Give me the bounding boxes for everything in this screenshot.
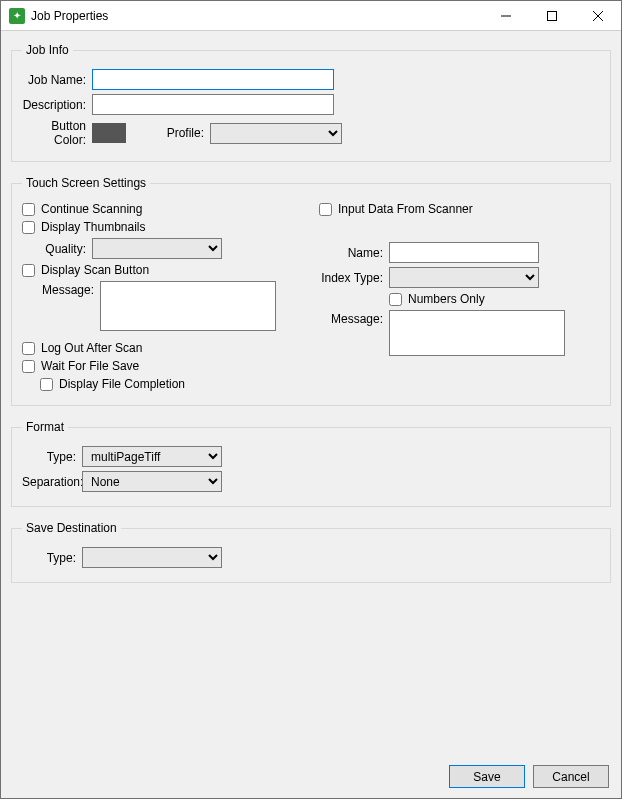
scanner-message-textarea[interactable] — [389, 310, 565, 356]
titlebar: ✦ Job Properties — [1, 1, 621, 31]
wait-for-file-save-checkbox[interactable]: Wait For File Save — [22, 359, 303, 373]
input-data-from-scanner-checkbox[interactable]: Input Data From Scanner — [319, 202, 600, 216]
display-file-completion-checkbox[interactable]: Display File Completion — [40, 377, 303, 391]
save-type-label: Type: — [22, 551, 82, 565]
cancel-button[interactable]: Cancel — [533, 765, 609, 788]
index-type-select[interactable] — [389, 267, 539, 288]
maximize-button[interactable] — [529, 1, 575, 31]
profile-select[interactable] — [210, 123, 342, 144]
display-scan-button-checkbox[interactable]: Display Scan Button — [22, 263, 303, 277]
button-color-swatch[interactable] — [92, 123, 126, 143]
svg-line-2 — [593, 11, 603, 21]
touch-settings-legend: Touch Screen Settings — [22, 176, 150, 190]
format-group: Format Type: multiPageTiff Separation: N… — [11, 420, 611, 507]
touch-left-column: Continue Scanning Display Thumbnails Qua… — [22, 198, 303, 395]
quality-label: Quality: — [40, 242, 92, 256]
display-thumbnails-checkbox[interactable]: Display Thumbnails — [22, 220, 303, 234]
separation-label: Separation: — [22, 475, 82, 489]
dialog-buttons: Save Cancel — [11, 765, 611, 788]
minimize-button[interactable] — [483, 1, 529, 31]
save-destination-legend: Save Destination — [22, 521, 121, 535]
job-info-legend: Job Info — [22, 43, 73, 57]
job-name-label: Job Name: — [22, 73, 92, 87]
button-color-label: Button Color: — [22, 119, 92, 147]
app-icon: ✦ — [9, 8, 25, 24]
window-title: Job Properties — [31, 9, 108, 23]
scan-message-textarea[interactable] — [100, 281, 276, 331]
touch-settings-group: Touch Screen Settings Continue Scanning … — [11, 176, 611, 406]
format-type-label: Type: — [22, 450, 82, 464]
job-name-input[interactable] — [92, 69, 334, 90]
window: ✦ Job Properties Job Info Job Name: Desc… — [0, 0, 622, 799]
scan-message-label: Message: — [40, 281, 100, 297]
svg-line-3 — [593, 11, 603, 21]
svg-rect-1 — [548, 11, 557, 20]
continue-scanning-checkbox[interactable]: Continue Scanning — [22, 202, 303, 216]
touch-right-column: Input Data From Scanner Name: Index Type… — [319, 198, 600, 395]
job-info-group: Job Info Job Name: Description: Button C… — [11, 43, 611, 162]
scanner-name-label: Name: — [319, 246, 389, 260]
save-button[interactable]: Save — [449, 765, 525, 788]
numbers-only-checkbox[interactable]: Numbers Only — [389, 292, 485, 306]
scanner-name-input[interactable] — [389, 242, 539, 263]
close-button[interactable] — [575, 1, 621, 31]
description-input[interactable] — [92, 94, 334, 115]
log-out-after-scan-checkbox[interactable]: Log Out After Scan — [22, 341, 303, 355]
scanner-message-label: Message: — [319, 310, 389, 326]
profile-label: Profile: — [140, 126, 210, 140]
index-type-label: Index Type: — [319, 271, 389, 285]
quality-select[interactable] — [92, 238, 222, 259]
save-type-select[interactable] — [82, 547, 222, 568]
description-label: Description: — [22, 98, 92, 112]
separation-select[interactable]: None — [82, 471, 222, 492]
format-type-select[interactable]: multiPageTiff — [82, 446, 222, 467]
format-legend: Format — [22, 420, 68, 434]
client-area: Job Info Job Name: Description: Button C… — [1, 31, 621, 798]
save-destination-group: Save Destination Type: — [11, 521, 611, 583]
